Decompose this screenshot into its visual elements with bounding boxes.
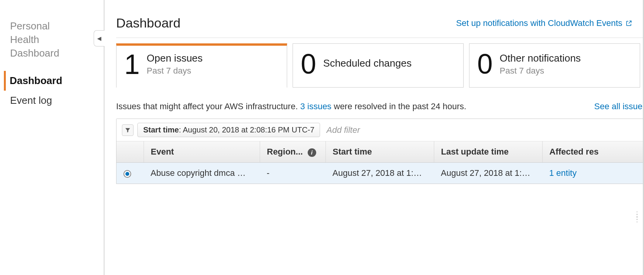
col-label: Region... (267, 147, 303, 156)
chevron-left-icon: ◀ (97, 35, 101, 41)
issues-prefix: Issues that might affect your AWS infras… (116, 101, 300, 111)
col-label: Last update time (441, 147, 509, 156)
main-content: Dashboard Set up notifications with Clou… (104, 0, 644, 275)
filter-chip-start-time[interactable]: Start time: August 20, 2018 at 2:08:16 P… (137, 123, 320, 137)
col-label: Affected res (550, 147, 599, 156)
cell-start: August 27, 2018 at 1:… (325, 163, 434, 184)
card-other-notifications[interactable]: 0 Other notifications Past 7 days (469, 43, 640, 88)
sidebar: Personal Health Dashboard Dashboard Even… (0, 0, 104, 275)
nav-item-event-log[interactable]: Event log (8, 91, 104, 110)
table-row[interactable]: Abuse copyright dmca … - August 27, 2018… (116, 163, 644, 184)
drag-handle-icon[interactable]: ⋮⋮⋮ (633, 213, 642, 220)
card-count: 0 (301, 50, 316, 78)
filter-icon-button[interactable] (122, 124, 134, 136)
card-title: Scheduled changes (323, 57, 411, 69)
sidebar-title-line: Dashboard (10, 47, 59, 59)
sidebar-collapse-button[interactable]: ◀ (94, 30, 104, 46)
card-subtitle: Past 7 days (147, 66, 203, 76)
col-last-update[interactable]: Last update time (434, 141, 542, 163)
radio-dot-icon (125, 172, 129, 176)
nav-item-label: Dashboard (10, 75, 62, 86)
issues-suffix: were resolved in the past 24 hours. (331, 101, 466, 111)
card-count: 0 (477, 50, 493, 78)
sidebar-title-line: Health (10, 34, 39, 45)
external-link-icon (625, 20, 632, 27)
affected-link[interactable]: 1 entity (549, 168, 577, 178)
chip-label: Start time (143, 125, 179, 134)
col-affected[interactable]: Affected res (542, 141, 644, 163)
col-label: Start time (333, 147, 372, 156)
cloudwatch-notifications-link[interactable]: Set up notifications with CloudWatch Eve… (456, 18, 632, 28)
col-label: Event (151, 147, 174, 156)
filter-bar: Start time: August 20, 2018 at 2:08:16 P… (116, 119, 644, 141)
nav-item-label: Event log (10, 95, 52, 106)
issues-table: Event Region... i Start time Last update… (116, 141, 644, 184)
sidebar-title-line: Personal (10, 20, 50, 32)
page-header: Dashboard Set up notifications with Clou… (116, 15, 644, 38)
card-count: 1 (124, 50, 140, 78)
col-region[interactable]: Region... i (260, 141, 325, 163)
sidebar-title: Personal Health Dashboard (8, 19, 104, 60)
see-all-issues-link[interactable]: See all issue (594, 101, 642, 112)
card-title: Open issues (147, 52, 203, 64)
cell-affected: 1 entity (542, 163, 644, 184)
summary-cards: 1 Open issues Past 7 days 0 Scheduled ch… (116, 43, 644, 88)
link-text: Set up notifications with CloudWatch Eve… (456, 18, 622, 28)
info-icon[interactable]: i (308, 148, 316, 157)
add-filter-button[interactable]: Add filter (324, 125, 360, 135)
cell-select[interactable] (116, 163, 144, 184)
table-header-row: Event Region... i Start time Last update… (116, 141, 644, 163)
link-text: 3 issues (300, 101, 332, 111)
row-radio[interactable] (123, 170, 131, 178)
nav-item-dashboard[interactable]: Dashboard (4, 71, 104, 91)
resolved-issues-link[interactable]: 3 issues (300, 101, 332, 111)
col-event[interactable]: Event (144, 141, 260, 163)
col-start-time[interactable]: Start time (325, 141, 434, 163)
page-title: Dashboard (116, 15, 180, 31)
card-open-issues[interactable]: 1 Open issues Past 7 days (116, 43, 287, 88)
card-scheduled-changes[interactable]: 0 Scheduled changes (293, 43, 464, 88)
cell-event: Abuse copyright dmca … (144, 163, 260, 184)
card-subtitle: Past 7 days (500, 66, 581, 76)
funnel-icon (125, 127, 131, 133)
card-title: Other notifications (500, 52, 581, 64)
cell-region: - (260, 163, 325, 184)
issues-summary-line: Issues that might affect your AWS infras… (116, 101, 644, 112)
chip-value: : August 20, 2018 at 2:08:16 PM UTC-7 (179, 125, 314, 134)
link-text: See all issue (594, 101, 642, 111)
cell-updated: August 27, 2018 at 1:… (434, 163, 542, 184)
col-select[interactable] (116, 141, 144, 163)
issues-table-container: Start time: August 20, 2018 at 2:08:16 P… (116, 119, 644, 184)
